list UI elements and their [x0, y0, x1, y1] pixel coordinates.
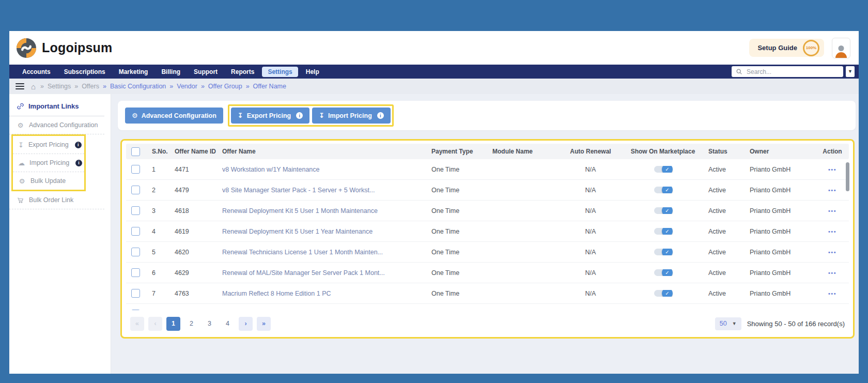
marketplace-toggle[interactable]: ✓ [654, 249, 672, 255]
sidebar-list: ⚙Advanced Configuration↧Export Pricingi☁… [9, 116, 111, 209]
marketplace-toggle[interactable]: ✓ [654, 207, 672, 214]
offer-id-cell: 4471 [173, 166, 220, 173]
toolbar-highlight-box: ↧Export Pricingi↧Import Pricingi [228, 104, 394, 127]
page-button-2[interactable]: 2 [184, 317, 198, 331]
sidebar-item-import-pricing[interactable]: ☁Import Pricingi [13, 154, 84, 172]
scrollbar-thumb[interactable] [846, 162, 849, 191]
sidebar-item-bulk-order-link[interactable]: Bulk Order Link [9, 191, 104, 209]
offer-name-link[interactable]: Renewal Deployment Kit 5 User 1 Month Ma… [220, 207, 429, 215]
gears-icon: ⚙ [17, 122, 24, 129]
sidebar-highlight-box: ↧Export Pricingi☁Import Pricingi⚙Bulk Up… [11, 134, 86, 191]
page-button-1[interactable]: 1 [166, 317, 180, 331]
row-checkbox-cell [126, 268, 150, 277]
status-cell: Active [706, 166, 748, 173]
nav-item-billing[interactable]: Billing [156, 67, 186, 77]
advanced-configuration-button[interactable]: ⚙Advanced Configuration [125, 108, 223, 124]
nav-item-reports[interactable]: Reports [225, 67, 260, 77]
auto-renewal-cell: N/A [562, 269, 619, 277]
search-input[interactable] [746, 68, 839, 76]
row-actions-button[interactable]: ••• [816, 270, 849, 276]
sidebar-item-bulk-update[interactable]: ⚙Bulk Update [13, 172, 84, 190]
search-box[interactable] [732, 66, 843, 77]
nav-right: ▼ [732, 66, 855, 77]
prev-page-button[interactable]: ‹ [148, 317, 162, 331]
topbar-right: Setup Guide 100% [749, 38, 850, 58]
row-actions-button[interactable]: ••• [816, 249, 849, 255]
row-checkbox[interactable] [131, 289, 140, 298]
offer-id-cell: 4763 [173, 290, 220, 297]
marketplace-toggle[interactable]: ✓ [654, 228, 672, 235]
next-page-button[interactable]: › [239, 317, 253, 331]
page-button-4[interactable]: 4 [221, 317, 235, 331]
sidebar-item-advanced-configuration[interactable]: ⚙Advanced Configuration [9, 116, 104, 134]
toggle-check-icon: ✓ [662, 269, 673, 276]
offer-id-cell: 4620 [173, 249, 220, 256]
offer-name-link[interactable]: v8 Site Manager Starter Pack - 1 Server … [220, 187, 429, 194]
payment-type-cell: One Time [429, 166, 490, 173]
auto-renewal-cell: N/A [562, 166, 619, 173]
nav-item-support[interactable]: Support [188, 67, 223, 77]
nav-item-help[interactable]: Help [300, 67, 325, 77]
main-nav: AccountsSubscriptionsMarketingBillingSup… [9, 65, 859, 79]
table-scrollbar[interactable] [846, 162, 849, 312]
breadcrumb: »Settings»Offers»Basic Configuration»Ven… [40, 83, 286, 90]
nav-item-marketing[interactable]: Marketing [113, 67, 154, 77]
sidebar-item-label: Export Pricing [28, 141, 69, 148]
table-row: 14471v8 Workstation w/1Y MaintenanceOne … [126, 159, 849, 180]
first-page-button[interactable]: « [130, 317, 144, 331]
row-actions-button[interactable]: ••• [816, 290, 849, 297]
sidebar-item-export-pricing[interactable]: ↧Export Pricingi [13, 136, 84, 154]
breadcrumb-item-offer-group[interactable]: Offer Group [208, 83, 242, 90]
marketplace-toggle[interactable]: ✓ [654, 187, 672, 193]
table-row: 64629Renewal of MAL/Site Manager 5er Ser… [126, 263, 849, 283]
home-icon[interactable]: ⌂ [31, 83, 36, 90]
offer-name-link[interactable]: v8 Workstation w/1Y Maintenance [220, 166, 429, 173]
column-header-module-name: Module Name [490, 148, 562, 155]
auto-renewal-cell: N/A [562, 290, 619, 297]
owner-cell: Prianto GmbH [748, 207, 816, 215]
row-checkbox[interactable] [131, 227, 140, 236]
offer-name-link[interactable]: Renewal Technicians License 1 User 1 Mon… [220, 249, 429, 256]
row-checkbox[interactable] [131, 248, 140, 256]
nav-item-subscriptions[interactable]: Subscriptions [58, 67, 111, 77]
nav-item-accounts[interactable]: Accounts [17, 67, 56, 77]
row-checkbox[interactable] [131, 186, 140, 194]
breadcrumb-item-basic-configuration[interactable]: Basic Configuration [110, 83, 166, 90]
marketplace-toggle[interactable]: ✓ [654, 269, 672, 276]
user-avatar-button[interactable] [832, 38, 850, 58]
page-button-3[interactable]: 3 [203, 317, 216, 331]
row-checkbox-cell [126, 165, 150, 174]
marketplace-toggle[interactable]: ✓ [654, 290, 672, 297]
offer-name-link[interactable]: Macrium Reflect 8 Home Edition 1 PC [220, 290, 429, 297]
import-pricing-button[interactable]: ↧Import Pricingi [312, 108, 391, 124]
breadcrumb-item-offers[interactable]: Offers [82, 83, 99, 90]
row-checkbox[interactable] [131, 206, 140, 215]
marketplace-toggle[interactable]: ✓ [654, 166, 672, 173]
setup-guide-button[interactable]: Setup Guide 100% [749, 39, 824, 57]
row-checkbox[interactable] [131, 165, 140, 174]
toolbar: ⚙Advanced Configuration↧Export Pricingi↧… [125, 104, 394, 127]
pagination-right: 50 ▼ Showing 50 - 50 of 166 record(s) [715, 317, 845, 330]
select-all-checkbox[interactable] [131, 147, 140, 156]
sidebar-toggle-icon[interactable] [16, 83, 24, 89]
row-checkbox[interactable] [131, 310, 140, 310]
row-actions-button[interactable]: ••• [816, 208, 849, 214]
row-actions-button[interactable]: ••• [816, 187, 849, 193]
offer-name-link[interactable]: Renewal Deployment Kit 5 User 1 Year Mai… [220, 228, 429, 235]
payment-type-cell: One Time [429, 228, 490, 235]
row-actions-button[interactable]: ••• [816, 228, 849, 235]
nav-dropdown-toggle[interactable]: ▼ [846, 66, 855, 77]
owner-cell: Prianto GmbH [748, 187, 816, 194]
page-size-select[interactable]: 50 ▼ [715, 317, 741, 330]
breadcrumb-item-settings[interactable]: Settings [48, 83, 71, 90]
row-actions-button[interactable]: ••• [816, 166, 849, 173]
nav-item-settings[interactable]: Settings [262, 67, 298, 77]
auto-renewal-cell: N/A [562, 249, 619, 256]
breadcrumb-item-vendor[interactable]: Vendor [177, 83, 197, 90]
offer-name-link[interactable]: Renewal of MAL/Site Manager 5er Server P… [220, 269, 429, 277]
breadcrumb-item-offer-name[interactable]: Offer Name [253, 83, 286, 90]
row-checkbox[interactable] [131, 268, 140, 277]
export-pricing-button[interactable]: ↧Export Pricingi [231, 108, 309, 124]
last-page-button[interactable]: » [257, 317, 271, 331]
app-window: Logoipsum Setup Guide 100% AccountsSubsc… [9, 31, 859, 374]
